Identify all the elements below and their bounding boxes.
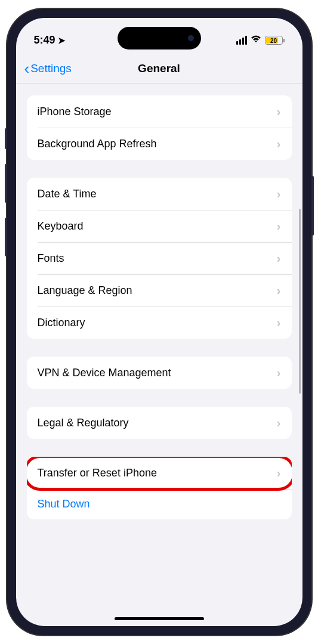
row-label: Fonts (38, 252, 64, 265)
settings-group-storage: iPhone Storage › Background App Refresh … (27, 95, 292, 160)
chevron-right-icon: › (277, 137, 281, 151)
row-vpn-device-management[interactable]: VPN & Device Management › (27, 357, 292, 389)
chevron-left-icon: ‹ (24, 61, 30, 76)
back-button[interactable]: ‹ Settings (24, 61, 72, 76)
status-left: 5:49 ➤ (34, 34, 66, 47)
row-dictionary[interactable]: Dictionary › (27, 306, 292, 339)
row-shut-down[interactable]: Shut Down (27, 489, 292, 519)
scroll-indicator[interactable] (299, 209, 301, 394)
row-keyboard[interactable]: Keyboard › (27, 210, 292, 242)
left-buttons (5, 128, 7, 271)
chevron-right-icon: › (277, 252, 281, 265)
row-label: Dictionary (38, 317, 85, 329)
battery-percent: 20 (270, 37, 277, 44)
chevron-right-icon: › (277, 187, 281, 201)
page-title: General (138, 62, 180, 75)
location-icon: ➤ (58, 35, 66, 46)
row-fonts[interactable]: Fonts › (27, 242, 292, 274)
battery-icon: 20 (265, 36, 285, 45)
row-transfer-reset[interactable]: Transfer or Reset iPhone › (27, 457, 292, 489)
row-label: Language & Region (38, 284, 132, 297)
chevron-right-icon: › (277, 219, 281, 233)
screen: 5:49 ➤ 20 (16, 18, 302, 626)
home-indicator[interactable] (115, 617, 204, 620)
chevron-right-icon: › (277, 366, 281, 380)
back-label: Settings (30, 62, 72, 75)
wifi-icon (251, 35, 261, 46)
settings-group-system: Date & Time › Keyboard › Fonts › Languag… (27, 178, 292, 339)
status-right: 20 (236, 35, 285, 46)
nav-bar: ‹ Settings General (16, 54, 302, 83)
cellular-signal-icon (236, 36, 247, 45)
chevron-right-icon: › (277, 284, 281, 298)
content-area[interactable]: iPhone Storage › Background App Refresh … (16, 83, 302, 608)
row-label: Date & Time (38, 188, 97, 200)
row-label: iPhone Storage (38, 106, 112, 118)
settings-group-vpn: VPN & Device Management › (27, 357, 292, 389)
row-label: VPN & Device Management (38, 367, 171, 379)
settings-group-legal: Legal & Regulatory › (27, 407, 292, 439)
row-label: Keyboard (38, 220, 84, 233)
settings-group-reset: Transfer or Reset iPhone › Shut Down (27, 457, 292, 519)
dynamic-island (118, 27, 201, 49)
row-label: Transfer or Reset iPhone (38, 467, 157, 479)
right-buttons (311, 176, 314, 236)
row-language-region[interactable]: Language & Region › (27, 274, 292, 306)
shut-down-label: Shut Down (38, 498, 90, 510)
phone-frame: 5:49 ➤ 20 (7, 9, 311, 635)
chevron-right-icon: › (277, 105, 281, 119)
row-iphone-storage[interactable]: iPhone Storage › (27, 95, 292, 128)
row-background-refresh[interactable]: Background App Refresh › (27, 128, 292, 160)
chevron-right-icon: › (277, 316, 281, 330)
time-label: 5:49 (34, 34, 55, 47)
row-date-time[interactable]: Date & Time › (27, 178, 292, 210)
chevron-right-icon: › (277, 416, 281, 430)
row-label: Legal & Regulatory (38, 417, 129, 429)
row-label: Background App Refresh (38, 138, 157, 150)
row-legal-regulatory[interactable]: Legal & Regulatory › (27, 407, 292, 439)
chevron-right-icon: › (277, 466, 281, 480)
